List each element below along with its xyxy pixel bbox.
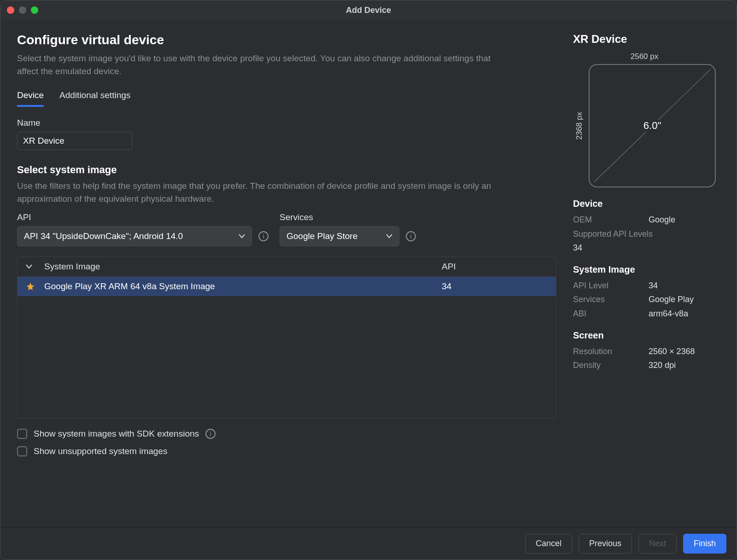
services-filter-col: Services Google Play Store i	[280, 212, 416, 246]
resolution-key: Resolution	[573, 344, 649, 359]
supported-api-key: Supported API Levels	[573, 227, 722, 241]
api-level-key: API Level	[573, 279, 649, 293]
api-filter-col: API API 34 "UpsideDownCake"; Android 14.…	[17, 212, 269, 246]
window-title: Add Device	[0, 6, 737, 15]
name-input[interactable]	[17, 132, 132, 150]
name-label: Name	[17, 118, 556, 128]
left-pane: Configure virtual device Select the syst…	[0, 20, 573, 527]
api-level-val: 34	[649, 279, 658, 293]
window: Add Device Configure virtual device Sele…	[0, 0, 737, 560]
cancel-button[interactable]: Cancel	[525, 534, 572, 554]
table-header: System Image API	[18, 257, 556, 277]
device-preview: 2560 px 2368 px 6.0"	[573, 52, 716, 187]
side-title: XR Device	[573, 33, 722, 46]
density-key: Density	[573, 358, 649, 373]
col-header-api[interactable]: API	[442, 262, 548, 272]
star-icon	[26, 282, 44, 291]
oem-key: OEM	[573, 213, 649, 227]
show-unsupported-checkbox[interactable]	[17, 446, 27, 456]
preview-screen-rect: 6.0"	[589, 64, 716, 187]
device-heading: Device	[573, 198, 722, 209]
system-image-heading: System Image	[573, 264, 722, 275]
preview-width-label: 2560 px	[573, 52, 716, 61]
row-api: 34	[442, 281, 548, 292]
api-info-icon[interactable]: i	[258, 231, 269, 241]
services-info-icon[interactable]: i	[406, 231, 416, 241]
table-row[interactable]: Google Play XR ARM 64 v8a System Image 3…	[18, 277, 556, 296]
next-button: Next	[638, 534, 677, 554]
screen-heading: Screen	[573, 330, 722, 341]
col-header-system-image[interactable]: System Image	[44, 262, 442, 272]
abi-val: arm64-v8a	[649, 307, 688, 321]
page-title: Configure virtual device	[17, 33, 556, 47]
services-key: Services	[573, 292, 649, 307]
supported-api-val: 34	[573, 241, 722, 255]
preview-height-label: 2368 px	[575, 112, 584, 140]
previous-button[interactable]: Previous	[579, 534, 632, 554]
resolution-val: 2560 × 2368	[649, 344, 695, 359]
chevron-down-icon	[239, 234, 245, 239]
sdk-extensions-row: Show system images with SDK extensions i	[17, 429, 556, 439]
filters-row: API API 34 "UpsideDownCake"; Android 14.…	[17, 212, 556, 246]
finish-button[interactable]: Finish	[683, 534, 726, 554]
right-pane: XR Device 2560 px 2368 px 6.0" Device OE…	[573, 20, 737, 527]
services-filter-label: Services	[280, 212, 416, 222]
footer: Cancel Previous Next Finish	[0, 527, 737, 560]
info-section: Device OEMGoogle Supported API Levels34 …	[573, 198, 722, 373]
row-name: Google Play XR ARM 64 v8a System Image	[44, 281, 442, 292]
tabs: Device Additional settings	[17, 90, 556, 107]
preview-diagonal-label: 6.0"	[640, 120, 665, 132]
unsupported-row: Show unsupported system images	[17, 446, 556, 456]
density-val: 320 dpi	[649, 358, 676, 373]
select-system-image-title: Select system image	[17, 164, 556, 176]
system-image-table: System Image API Google Play XR ARM 64 v…	[17, 257, 556, 419]
chevron-down-icon	[386, 234, 392, 239]
page-description: Select the system image you'd like to us…	[17, 52, 505, 77]
sdk-extensions-info-icon[interactable]: i	[205, 429, 216, 439]
oem-val: Google	[649, 213, 675, 227]
chevron-down-icon	[26, 264, 32, 269]
tab-device[interactable]: Device	[17, 90, 44, 107]
tab-additional-settings[interactable]: Additional settings	[59, 90, 130, 107]
services-select-value: Google Play Store	[287, 231, 357, 241]
show-sdk-extensions-label: Show system images with SDK extensions	[34, 429, 199, 439]
services-val: Google Play	[649, 292, 694, 307]
body-area: Configure virtual device Select the syst…	[0, 20, 737, 527]
select-system-image-desc: Use the filters to help find the system …	[17, 180, 505, 205]
api-filter-label: API	[17, 212, 269, 222]
titlebar: Add Device	[0, 0, 737, 20]
show-sdk-extensions-checkbox[interactable]	[17, 429, 27, 439]
services-select[interactable]: Google Play Store	[280, 226, 399, 246]
expand-toggle[interactable]	[26, 264, 44, 269]
api-select[interactable]: API 34 "UpsideDownCake"; Android 14.0	[17, 226, 252, 246]
abi-key: ABI	[573, 307, 649, 321]
api-select-value: API 34 "UpsideDownCake"; Android 14.0	[24, 231, 183, 241]
show-unsupported-label: Show unsupported system images	[34, 446, 167, 456]
